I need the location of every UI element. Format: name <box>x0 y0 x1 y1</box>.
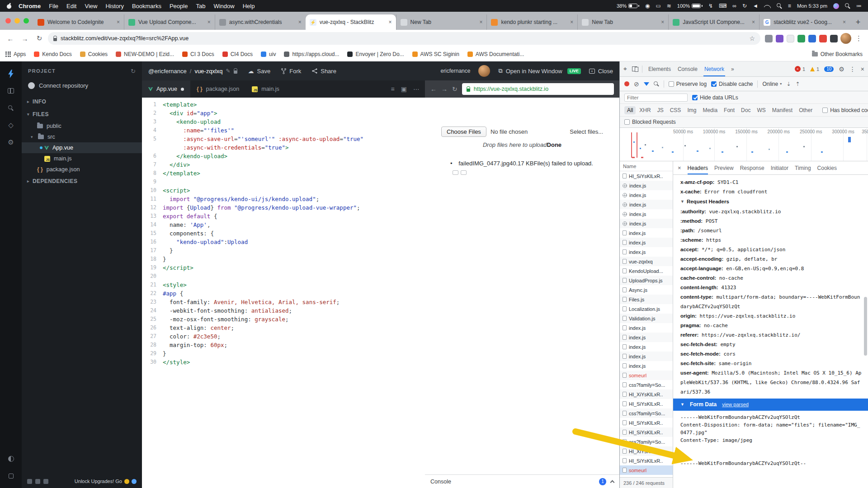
network-request-row[interactable]: index.js <box>620 181 673 190</box>
throttling-dropdown[interactable]: Online▾ <box>762 81 782 87</box>
display-icon[interactable]: ▭ <box>656 3 660 9</box>
new-tab-button[interactable]: + <box>852 16 864 28</box>
network-request-row[interactable]: index.js <box>620 219 673 228</box>
editor-tab[interactable]: JSmain.js <box>245 80 286 98</box>
minimize-window-icon[interactable] <box>14 18 20 23</box>
keyboard-icon[interactable]: ⌨ <box>719 3 726 9</box>
social-icons[interactable] <box>27 479 48 484</box>
devtools-tab-console[interactable]: Console <box>677 61 698 76</box>
connect-repository-button[interactable]: Connect repository <box>22 80 142 95</box>
menubar-item[interactable]: Help <box>239 3 259 9</box>
browser-tab[interactable]: New Tab× <box>577 14 668 30</box>
camera-icon[interactable]: ◉ <box>645 3 650 9</box>
file-tree-item[interactable]: ▾src <box>22 131 142 142</box>
dropzone[interactable]: Drop files here to uploadDone <box>441 141 603 148</box>
menubar-item[interactable]: Edit <box>62 3 80 9</box>
file-tree-item[interactable]: JSmain.js <box>22 153 142 164</box>
file-tree-item[interactable]: { }package.json <box>22 164 142 175</box>
request-headers-section[interactable]: ▼Request Headers <box>680 197 862 206</box>
type-filter-font[interactable]: Font <box>721 106 737 114</box>
import-har-icon[interactable]: ⇣ <box>786 81 791 87</box>
bookmark-item[interactable]: https://apps.cloud... <box>284 51 339 57</box>
adblock-extension-icon[interactable] <box>819 35 827 42</box>
network-request-row[interactable]: index.js <box>620 352 673 361</box>
tab-close-icon[interactable]: × <box>843 19 846 25</box>
spotlight-icon[interactable] <box>777 3 782 9</box>
network-request-row[interactable]: HI_SiYsKlLxR.. <box>620 171 673 181</box>
tab-close-icon[interactable]: × <box>479 19 482 25</box>
menubar-item[interactable]: People <box>165 3 192 9</box>
bookmark-star-icon[interactable]: ☆ <box>749 35 755 42</box>
chevron-up-icon[interactable] <box>610 480 615 484</box>
network-request-row[interactable]: HI_SiYsKlLxR.. <box>620 427 673 437</box>
type-filter-ws[interactable]: WS <box>754 106 768 114</box>
timemachine-icon[interactable]: ↻ <box>742 3 747 9</box>
rename-icon[interactable]: ✎ <box>226 68 231 74</box>
select-files-link[interactable]: Select files... <box>570 128 603 135</box>
detail-tab-preview[interactable]: Preview <box>714 161 734 174</box>
detail-tab-headers[interactable]: Headers <box>688 161 708 174</box>
menubar-item[interactable]: Tab <box>192 3 209 9</box>
code-editor[interactable]: 1<template>2 <div id="app">3 <kendo-uplo… <box>142 98 425 488</box>
bookmark-item[interactable]: AWS Documentati... <box>467 51 524 57</box>
bookmark-item[interactable]: AWS SC Siginin <box>412 51 459 57</box>
settings-gear-icon[interactable]: ⚙ <box>0 134 22 151</box>
extension-icon[interactable] <box>776 35 783 42</box>
network-request-row[interactable]: Files.js <box>620 295 673 304</box>
back-icon[interactable]: ← <box>5 33 16 44</box>
type-filter-xhr[interactable]: XHR <box>637 106 653 114</box>
reload-icon[interactable]: ↻ <box>33 33 45 44</box>
network-request-row[interactable]: css?family=So... <box>620 437 673 446</box>
bookmark-item[interactable]: Apps <box>5 51 26 57</box>
network-request-row[interactable]: HI_SiYsKlLxR.. <box>620 399 673 408</box>
bookmark-item[interactable]: Cookies <box>80 51 108 57</box>
file-tree-item[interactable]: App.vue <box>22 142 142 153</box>
charging-icon[interactable]: ↯ <box>708 3 713 9</box>
puzzle-icon[interactable] <box>830 35 838 42</box>
preview-forward-icon[interactable]: → <box>441 85 448 93</box>
error-badge-icon[interactable]: × <box>795 66 801 72</box>
browser-tab[interactable]: async.withCredentials× <box>215 14 306 30</box>
remove-upload-icon[interactable] <box>461 170 467 175</box>
infinity-icon[interactable]: ∞ <box>732 3 736 9</box>
network-request-row[interactable]: KendoUpload... <box>620 266 673 276</box>
type-filter-other[interactable]: Other <box>796 106 815 114</box>
devtools-tab-elements[interactable]: Elements <box>647 61 672 76</box>
list-icon[interactable]: ≔ <box>856 3 862 9</box>
network-request-row[interactable]: css?family=So... <box>620 408 673 418</box>
search-icon[interactable] <box>845 3 850 9</box>
type-filter-img[interactable]: Img <box>684 106 699 114</box>
close-detail-icon[interactable]: × <box>678 164 681 171</box>
section-dependencies[interactable]: ▸ DEPENDENCIES <box>22 175 142 188</box>
detail-tab-response[interactable]: Response <box>740 161 764 174</box>
warning-badge-icon[interactable] <box>810 67 815 71</box>
browser-tab[interactable]: kendo plunkr starting ...× <box>486 14 577 30</box>
network-request-row[interactable]: index.js <box>620 209 673 219</box>
type-filter-media[interactable]: Media <box>700 106 720 114</box>
network-timeline[interactable]: 50000 ms100000 ms150000 ms200000 ms25000… <box>620 128 868 161</box>
devtools-settings-icon[interactable]: ⚙ <box>839 66 844 73</box>
window-controls[interactable] <box>4 12 33 30</box>
network-request-row[interactable]: someurl <box>620 465 673 475</box>
breadcrumb-project[interactable]: vue-zqxlxq <box>194 68 222 75</box>
detail-tab-cookies[interactable]: Cookies <box>817 161 837 174</box>
type-filter-js[interactable]: JS <box>655 106 666 114</box>
bookmark-item[interactable]: CI 3 Docs <box>182 51 214 57</box>
network-request-row[interactable]: index.js <box>620 342 673 352</box>
network-request-row[interactable]: UploadProps.js <box>620 276 673 285</box>
hide-data-urls-checkbox[interactable]: Hide data URLs <box>692 94 738 101</box>
unlock-upgrades-button[interactable]: Unlock Upgrades! Go <box>75 479 137 484</box>
name-column-header[interactable]: Name <box>620 161 673 171</box>
network-request-row[interactable]: index.js <box>620 200 673 209</box>
wifi-icon[interactable] <box>764 4 771 8</box>
menubar-item[interactable]: Bookmarks <box>128 3 165 9</box>
record-network-icon[interactable] <box>624 81 629 86</box>
flag-extension-icon[interactable] <box>787 35 794 42</box>
network-request-row[interactable]: index.js <box>620 238 673 247</box>
list-view-icon[interactable]: ≡ <box>391 85 395 93</box>
menubar-item[interactable]: History <box>101 3 127 9</box>
browser-tab[interactable]: Vue Upload Compone...× <box>124 14 215 30</box>
network-request-row[interactable]: HI_SiYsKlLxR.. <box>620 456 673 465</box>
close-preview-button[interactable]: × Close <box>589 68 613 75</box>
form-data-section[interactable]: ▼ Form Data view parsed <box>673 399 868 411</box>
